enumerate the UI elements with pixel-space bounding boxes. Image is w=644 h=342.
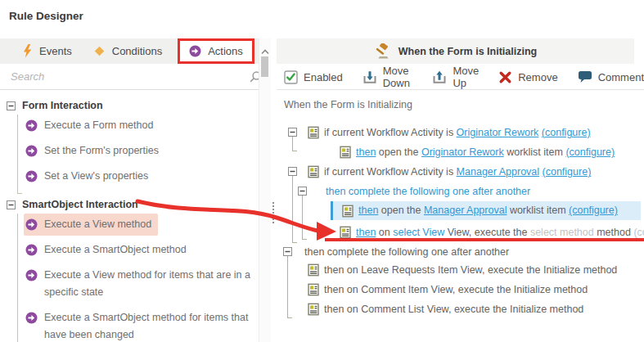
rule-tree-row[interactable]: then open the Manager Approval worklist … [331,201,641,220]
rule-doc-icon [340,226,351,239]
action-item[interactable]: Execute a View method for items that are… [24,264,271,304]
rule-link[interactable]: Originator Rework [421,146,504,158]
circle-arrow-icon [25,312,38,324]
scrollbar-thumb[interactable] [261,56,268,77]
rule-doc-icon [342,205,354,218]
rule-doc-icon [308,263,319,277]
rule-text-segment: then on Comment List View, execute the I… [324,304,583,315]
rule-tree-row[interactable]: if current Workflow Activity is Originat… [277,124,644,141]
rule-designer-window: Rule Designer EventsConditionsActions Fo… [0,0,644,342]
rule-tree-row[interactable]: then complete the following one after an… [277,244,644,260]
circle-arrow-icon [25,170,38,182]
rule-link[interactable]: (configure) [543,166,592,178]
collapse-minus-icon[interactable] [288,167,297,176]
rule-text-segment: worklist item [504,146,566,158]
rule-link[interactable]: Originator Rework [457,127,539,138]
rule-text: then open the Originator Rework worklist… [356,144,615,160]
rule-link[interactable]: Manager Approval [424,205,507,216]
tab-bar: EventsConditionsActions [0,38,271,64]
circle-arrow-icon [25,218,38,231]
enabled-button[interactable]: Enabled [284,70,343,84]
collapse-minus-icon[interactable] [7,200,16,209]
action-item-label: Execute a View method [44,216,151,233]
search-row [0,64,271,90]
group-items: Execute a Form methodSet the Form's prop… [17,115,271,194]
rule-text: if current Workflow Activity is Originat… [324,124,591,141]
tab-conditions[interactable]: Conditions [88,38,168,64]
rule-tree-row[interactable]: then on Comment Item View, execute the I… [277,281,644,298]
rule-tree-root-label: When the Form is Initializing [284,99,412,110]
move-down-icon [363,70,377,84]
rule-link[interactable]: (configure) [565,146,615,158]
gavel-icon [374,43,390,59]
move-up-icon [432,70,447,84]
rule-text-segment: open the [376,146,421,158]
group-items: Execute a View methodExecute a SmartObje… [17,214,271,342]
rule-link[interactable]: Manager Approval [457,166,539,178]
rule-tree-row[interactable]: then on Leave Requests Item View, execut… [277,262,644,278]
rule-link[interactable]: then [356,227,376,238]
rule-text-segment: then on Leave Requests Item View, execut… [324,264,617,276]
tab-actions[interactable]: Actions [178,38,254,64]
annotation-underline [325,238,644,241]
remove-x-icon [498,70,512,84]
action-item[interactable]: Set a View's properties [24,165,271,187]
rule-link[interactable]: (configure) [542,127,591,138]
rule-tree-row[interactable]: then on Comment List View, execute the I… [277,301,644,317]
rule-tree-row[interactable]: then complete the following one after an… [277,183,644,200]
page-title: Rule Designer [9,10,83,22]
rule-text: then on Comment List View, execute the I… [324,301,583,317]
move-down-button[interactable]: Move Down [363,65,413,89]
rule-text-segment: then complete the following one after an… [304,246,509,258]
rule-tree-row[interactable]: then open the Originator Rework worklist… [277,144,644,160]
rule-link[interactable]: select View [393,227,444,239]
collapse-minus-icon[interactable] [7,101,16,110]
action-item[interactable]: Set the Form's properties [24,140,271,162]
rule-link[interactable]: then complete the following one after an… [326,186,530,197]
collapse-minus-icon[interactable] [283,247,292,256]
action-item-label: Set a View's properties [44,168,148,185]
remove-button[interactable]: Remove [498,70,557,84]
action-item-label: Execute a SmartObject method [44,241,187,259]
rule-toolbar: EnabledMove DownMove UpRemoveComment [277,65,644,90]
panel-splitter-handle[interactable] [272,202,274,223]
action-item[interactable]: Execute a SmartObject method for items t… [24,307,271,342]
rule-link[interactable]: then [356,146,376,158]
rule-tree-row[interactable]: if current Workflow Activity is Manager … [277,164,644,180]
collapse-minus-icon[interactable] [298,187,307,196]
circle-arrow-icon [25,244,38,256]
rule-text-segment: method [594,227,634,238]
group-header: SmartObject Interaction [7,199,271,210]
move-up-button[interactable]: Move Up [432,65,479,89]
rule-text: then open the Manager Approval worklist … [358,201,618,220]
rule-text-segment: if current Workflow Activity is [324,166,457,178]
action-item[interactable]: Execute a Form method [24,115,271,137]
rule-text-segment: open the [378,205,424,216]
rule-text: then complete the following one after an… [304,244,509,260]
comment-button[interactable]: Comment [578,70,644,83]
toolbar-button-label: Remove [518,71,557,83]
action-item-label: Execute a View method for items that are… [44,267,255,301]
search-input[interactable] [9,70,249,83]
rule-doc-icon [340,146,351,159]
rule-text: if current Workflow Activity is Manager … [324,164,591,180]
tab-events[interactable]: Events [16,38,78,64]
circle-arrow-icon [25,119,38,132]
tab-label: Events [39,45,72,57]
action-item[interactable]: Execute a View method [24,214,271,236]
rule-link[interactable]: (configure) [569,205,618,216]
rule-link[interactable]: then [358,205,378,216]
actions-list: Form InteractionExecute a Form methodSet… [0,90,271,342]
rule-doc-icon [308,303,319,316]
diamond-icon [93,45,106,57]
lightning-icon [22,44,33,58]
rule-title: When the Form is Initializing [399,46,537,57]
rule-text: then complete the following one after an… [326,183,530,200]
actions-panel: EventsConditionsActions Form Interaction… [0,38,271,342]
tab-label: Actions [208,45,243,57]
toolbar-button-label: Move Down [383,65,413,89]
collapse-minus-icon[interactable] [288,128,297,137]
checkbox-checked-icon [284,70,298,84]
action-item[interactable]: Execute a SmartObject method [24,239,271,261]
left-scrollbar[interactable] [259,38,271,342]
